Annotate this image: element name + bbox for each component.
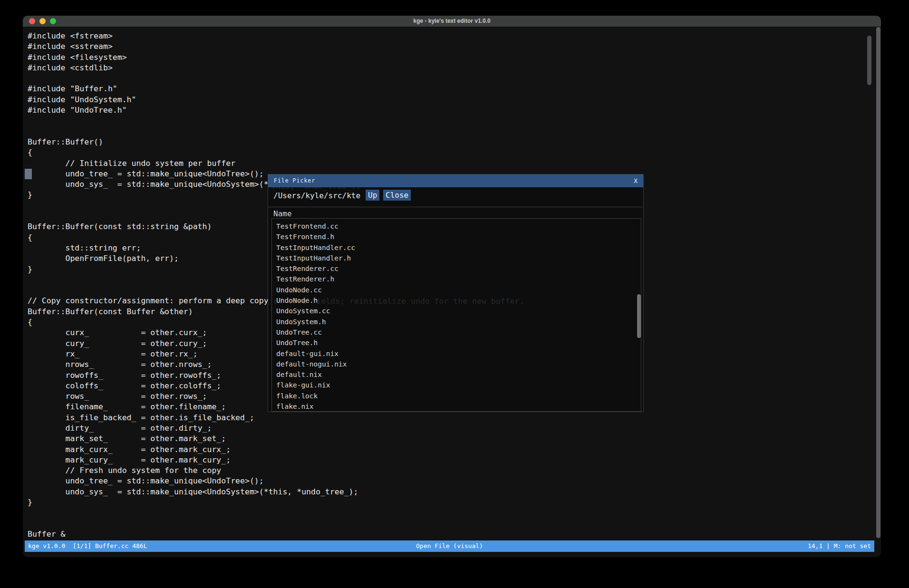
file-item[interactable]: UndoNode.h <box>276 295 641 306</box>
file-picker-dialog: this, *undo_tree_); y of core fields; re… <box>268 174 644 412</box>
file-item[interactable]: flake.lock <box>276 391 641 401</box>
file-item[interactable]: UndoSystem.cc <box>276 306 641 316</box>
file-item[interactable]: flake.nix <box>276 401 641 412</box>
file-item[interactable]: default-gui.nix <box>276 348 641 359</box>
window-titlebar[interactable]: kge - kyle's text editor v1.0.0 <box>23 16 881 27</box>
up-button[interactable]: Up <box>366 190 379 201</box>
status-bar: kge v1.0.0 [1/1] Buffer.cc 486L Open Fil… <box>25 540 874 552</box>
zoom-window-icon[interactable] <box>50 18 56 24</box>
file-item[interactable]: default.nix <box>276 369 641 380</box>
file-item[interactable]: TestFrontend.cc <box>276 221 641 231</box>
text-cursor <box>25 169 32 179</box>
file-item[interactable]: TestInputHandler.h <box>276 253 641 263</box>
file-item[interactable]: default-nogui.nix <box>276 359 641 369</box>
status-mode: Open File (visual) <box>25 540 874 552</box>
file-item[interactable]: UndoTree.cc <box>276 327 641 337</box>
file-item[interactable]: UndoTree.h <box>276 337 641 348</box>
file-list-scrollbar-thumb[interactable] <box>637 294 641 338</box>
divider <box>268 207 643 207</box>
file-item[interactable]: TestRenderer.cc <box>276 263 641 274</box>
dialog-titlebar: File Picker X <box>268 174 643 187</box>
file-item[interactable]: TestInputHandler.cc <box>276 242 641 253</box>
window-scrollbar-track[interactable] <box>876 27 880 538</box>
current-path: /Users/kyle/src/kte <box>273 191 360 200</box>
app-window: #include <fstream> #include <sstream> #i… <box>23 16 881 557</box>
file-list: TestFrontend.ccTestFrontend.hTestInputHa… <box>271 218 641 412</box>
file-item[interactable]: UndoNode.cc <box>276 285 641 295</box>
dialog-title: File Picker <box>274 174 315 187</box>
status-cursor-position: 14,1 | M: not set <box>808 540 871 552</box>
path-row: /Users/kyle/src/kte Up Close <box>268 187 643 205</box>
file-item[interactable]: TestRenderer.h <box>276 274 641 284</box>
name-column-header: Name <box>273 209 292 218</box>
minimize-window-icon[interactable] <box>39 18 46 24</box>
editor-scrollbar-thumb[interactable] <box>867 36 871 85</box>
close-icon[interactable]: X <box>634 174 638 187</box>
file-item[interactable]: UndoSystem.h <box>276 317 641 327</box>
file-item[interactable]: flake-gui.nix <box>276 380 641 390</box>
close-button[interactable]: Close <box>383 190 411 201</box>
close-window-icon[interactable] <box>29 18 35 24</box>
file-item[interactable]: TestFrontend.h <box>276 231 641 242</box>
window-title: kge - kyle's text editor v1.0.0 <box>23 16 881 27</box>
